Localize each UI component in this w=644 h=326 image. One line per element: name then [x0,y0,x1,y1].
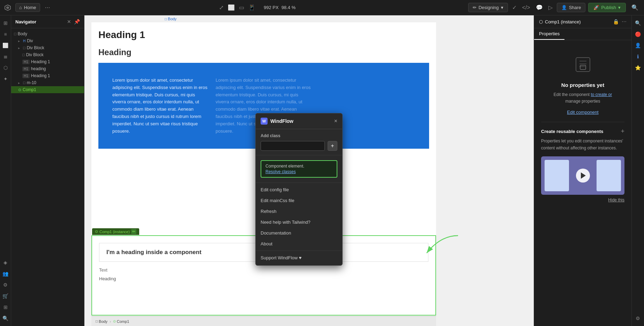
windflow-section-title: Add class [261,133,337,138]
comp1-heading-label: Heading [99,276,428,281]
nav-m10-icon: □ [23,81,25,85]
search-button[interactable]: 🔍 [629,3,641,12]
bottom-comp1-item[interactable]: ⊙ Comp1 [113,319,129,324]
lock-icon[interactable]: 🔒 [613,19,619,24]
mobile-button[interactable]: 📱 [248,4,255,11]
comp1-small-icon: ⊙ [113,319,116,323]
no-props-desc-before: Edit the component [554,92,590,97]
nav-item-heading1[interactable]: H1 Heading 1 [11,58,84,65]
canvas-bottom-bar: □ Body › ⊙ Comp1 [91,316,436,326]
nav-item-comp1[interactable]: ⊙ Comp1 [11,86,84,93]
navigator-header-icons: ✕ 📌 [67,19,80,24]
code-button[interactable]: </> [521,3,532,12]
nav-item-divblock1[interactable]: ▸ □ Div Block [11,44,84,51]
ecommerce-icon[interactable]: 🛒 [1,291,10,301]
create-reusable-plus-button[interactable]: + [621,128,624,135]
windflow-tailwind-help-item[interactable]: Need help with Tailwind? [256,217,342,228]
publish-button[interactable]: 🚀 Publish ▾ [588,3,626,12]
blue-col-1: Lorem ipsum dolor sit amet, consectetur … [109,73,212,138]
app-logo[interactable] [3,3,13,13]
add-element-icon[interactable]: ⊞ [1,18,10,28]
body-small-icon: □ [96,319,98,323]
no-props-desc: Edit the component to create or manage p… [554,91,612,105]
navigator-tree: □ Body ▸ H Div ▸ □ Div Block □ Div Block… [11,28,84,326]
windflow-support-item[interactable]: Support WindFlow ♥ [256,252,342,263]
right-panel-title: ⬡ Comp1 (instance) [539,19,581,24]
windflow-edit-maincss-item[interactable]: Edit mainCss file [256,195,342,206]
fullscreen-button[interactable]: ⤢ [219,4,224,11]
alert-icon[interactable]: 🔴 [633,29,643,39]
more-icon[interactable]: ⋯ [622,19,627,24]
info-icon[interactable]: ℹ [633,52,643,61]
cms-icon[interactable]: ⊞ [1,302,10,312]
windflow-resolve-classes-link[interactable]: Resolve classes [265,169,332,174]
comp1-instance-label: ⊙ Comp1 (instance) ✏ [92,228,139,235]
search-far-icon[interactable]: 🔍 [633,18,643,28]
windflow-component-element-label: Component element. [265,164,332,169]
windflow-class-input[interactable] [261,141,325,151]
comment-button[interactable]: 💬 [534,3,544,12]
settings-icon[interactable]: ⚙ [633,313,643,323]
windflow-close-button[interactable]: × [334,118,337,124]
windflow-documentation-item[interactable]: Documentation [256,228,342,238]
integrations-icon[interactable]: ⚙ [1,280,10,290]
users-icon[interactable]: 👥 [1,269,10,279]
designing-mode-button[interactable]: ✏ Designing ▾ [468,3,508,12]
windflow-logo: W [261,118,268,125]
pin-icon[interactable]: 📌 [74,19,80,24]
windflow-add-class-section: Add class + [256,129,342,155]
nav-item-m10[interactable]: ▸ □ m-10 [11,79,84,86]
close-icon[interactable]: ✕ [67,19,71,24]
style-icon[interactable]: ✦ [1,74,10,84]
body-breadcrumb-item[interactable]: □ Body [165,17,177,21]
preview-button[interactable]: ▷ [547,3,554,12]
edit-component-inline-link[interactable]: to create or [591,92,612,97]
windflow-add-class-button[interactable]: + [328,141,337,151]
user-icon[interactable]: 👤 [633,40,643,50]
tablet-portrait-button[interactable]: ▭ [239,4,244,11]
layers-icon[interactable]: ≣ [1,52,10,61]
video-preview[interactable] [541,156,624,195]
nav-item-divblock2[interactable]: □ Div Block [11,51,84,58]
assets-icon[interactable]: ⬡ [1,63,10,73]
create-reusable-header: Create reusable components + [541,128,624,135]
search-icon[interactable]: 🔍 [1,313,10,323]
nav-chevron-icon: ▸ [18,46,22,50]
bottom-body-item[interactable]: □ Body [96,319,107,324]
main-layout: ⊞ ≡ ⬜ ≣ ⬡ ✦ ◈ 👥 ⚙ 🛒 ⊞ 🔍 Navigator ✕ 📌 □ … [0,15,644,326]
windflow-refresh-item[interactable]: Refresh [256,206,342,217]
windflow-edit-config-item[interactable]: Edit config file [256,184,342,195]
right-panel-header: ⬡ Comp1 (instance) 🔒 ⋯ [534,15,631,28]
comp1-icon: ⊙ [95,229,98,234]
nav-item-div[interactable]: ▸ H Div [11,37,84,44]
comp1-edit-icon[interactable]: ✏ [131,229,136,234]
right-panel: ⬡ Comp1 (instance) 🔒 ⋯ Properties [534,15,631,326]
left-icon-strip: ⊞ ≡ ⬜ ≣ ⬡ ✦ ◈ 👥 ⚙ 🛒 ⊞ 🔍 [0,15,11,326]
navigator-panel: Navigator ✕ 📌 □ Body ▸ H Div ▸ □ Div Blo… [11,15,84,326]
navigator-header: Navigator ✕ 📌 [11,15,84,28]
validate-button[interactable]: ✓ [511,3,518,12]
nav-item-heading-text[interactable]: H1 heading [11,65,84,72]
components-icon[interactable]: ◈ [1,258,10,267]
pages-icon[interactable]: ⬜ [1,40,10,50]
windflow-add-class-row: + [261,141,337,151]
edit-component-link[interactable]: Edit component [567,110,598,115]
right-panel-content: No properties yet Edit the component to … [534,40,631,326]
tablet-landscape-button[interactable]: ⬜ [228,4,235,11]
comp1-text-label: Text [99,267,428,273]
navigator-icon[interactable]: ≡ [1,29,10,39]
canvas-size-info: 992 PX 98.4 % [258,5,301,10]
more-options-button[interactable]: ··· [43,2,52,13]
play-triangle-icon [581,172,586,179]
tab-properties[interactable]: Properties [534,28,564,40]
nav-divblock-icon: □ [23,46,25,50]
nav-item-heading1b[interactable]: H1 Heading 1 [11,72,84,79]
component-icon: ⬡ [539,19,543,24]
home-button[interactable]: ⌂ Home [15,3,40,12]
nav-item-body[interactable]: □ Body [11,30,84,37]
share-button[interactable]: 👤 Share [557,3,586,12]
windflow-about-item[interactable]: About [256,238,342,249]
star-icon[interactable]: ⭐ [633,63,643,73]
video-play-button[interactable] [576,169,590,183]
hide-this-link[interactable]: Hide this [541,198,624,202]
